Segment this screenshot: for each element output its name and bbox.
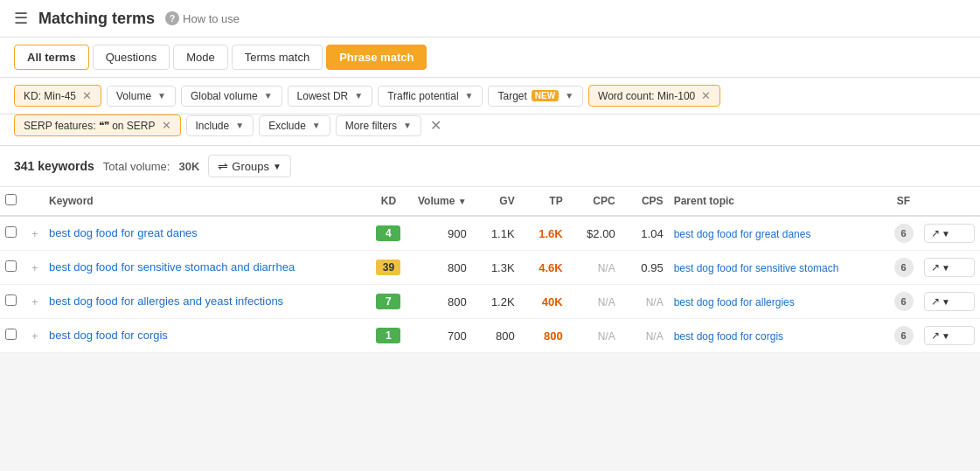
select-all-checkbox[interactable] bbox=[5, 194, 17, 205]
cps-value: 1.04 bbox=[641, 227, 663, 240]
row-sf-cell: 6 bbox=[888, 319, 919, 353]
row-actions-button[interactable]: ↗ ▼ bbox=[924, 258, 975, 277]
row-parent-cell: best dog food for corgis bbox=[669, 319, 888, 353]
add-row-icon[interactable]: + bbox=[31, 329, 38, 343]
cps-value: 0.95 bbox=[641, 261, 663, 274]
row-checkbox[interactable] bbox=[5, 329, 17, 340]
tab-mode[interactable]: Mode bbox=[173, 45, 228, 70]
groups-label: Groups bbox=[232, 160, 269, 173]
row-cpc-cell: $2.00 bbox=[568, 216, 621, 251]
clear-all-filters-button[interactable]: ✕ bbox=[427, 117, 445, 134]
filter-target[interactable]: Target NEW ▼ bbox=[488, 86, 583, 107]
row-gv-cell: 1.1K bbox=[472, 216, 520, 251]
add-row-icon[interactable]: + bbox=[31, 227, 38, 240]
gv-value: 800 bbox=[496, 329, 515, 343]
parent-topic-link[interactable]: best dog food for allergies bbox=[674, 296, 795, 308]
cpc-na: N/A bbox=[598, 330, 615, 343]
keyword-link[interactable]: best dog food for great danes bbox=[49, 226, 198, 239]
filter-exclude[interactable]: Exclude ▼ bbox=[259, 115, 330, 136]
help-icon: ? bbox=[165, 11, 179, 25]
volume-value: 800 bbox=[448, 295, 467, 308]
filter-traffic-potential[interactable]: Traffic potential ▼ bbox=[378, 86, 483, 107]
content-area: 341 keywords Total volume: 30K ⇌ Groups … bbox=[0, 146, 980, 353]
gv-value: 1.2K bbox=[491, 295, 515, 308]
row-keyword-cell: best dog food for allergies and yeast in… bbox=[44, 285, 365, 319]
row-actions-button[interactable]: ↗ ▼ bbox=[924, 326, 975, 345]
table-row: + best dog food for corgis 1 700 800 800… bbox=[0, 319, 980, 353]
row-cpc-cell: N/A bbox=[568, 251, 621, 285]
th-volume[interactable]: Volume ▼ bbox=[413, 187, 472, 216]
add-row-icon[interactable]: + bbox=[31, 261, 38, 274]
row-parent-cell: best dog food for great danes bbox=[669, 216, 888, 251]
groups-button[interactable]: ⇌ Groups ▼ bbox=[208, 155, 291, 177]
parent-topic-link[interactable]: best dog food for sensitive stomach bbox=[674, 262, 839, 274]
sf-badge: 6 bbox=[894, 224, 914, 243]
filter-volume-arrow: ▼ bbox=[157, 91, 166, 100]
filter-volume[interactable]: Volume ▼ bbox=[107, 86, 176, 107]
how-to-use-link[interactable]: ? How to use bbox=[165, 11, 240, 25]
row-checkbox[interactable] bbox=[5, 294, 17, 306]
filter-kd[interactable]: KD: Min-45 ✕ bbox=[14, 85, 101, 107]
filter-more-filters[interactable]: More filters ▼ bbox=[336, 115, 421, 136]
sf-badge: 6 bbox=[894, 292, 914, 311]
filter-word-count[interactable]: Word count: Min-100 ✕ bbox=[588, 85, 720, 107]
filter-serp-close[interactable]: ✕ bbox=[162, 119, 171, 132]
row-actions-cell: ↗ ▼ bbox=[919, 216, 980, 251]
filter-kd-close[interactable]: ✕ bbox=[82, 89, 92, 102]
actions-arrow: ▼ bbox=[942, 331, 950, 341]
filter-include-label: Include bbox=[196, 120, 230, 132]
keyword-link[interactable]: best dog food for corgis bbox=[49, 329, 168, 342]
table-row: + best dog food for allergies and yeast … bbox=[0, 285, 980, 319]
cpc-value: $2.00 bbox=[587, 227, 615, 240]
row-volume-cell: 900 bbox=[413, 216, 472, 251]
tab-terms-match[interactable]: Terms match bbox=[232, 45, 323, 70]
row-parent-cell: best dog food for sensitive stomach bbox=[669, 251, 888, 285]
row-checkbox-cell bbox=[0, 285, 26, 319]
hamburger-icon[interactable]: ☰ bbox=[14, 9, 28, 28]
total-volume-label: Total volume: bbox=[103, 160, 170, 173]
row-gv-cell: 1.2K bbox=[472, 285, 520, 319]
actions-arrow: ▼ bbox=[942, 297, 950, 307]
keyword-link[interactable]: best dog food for sensitive stomach and … bbox=[49, 260, 295, 274]
parent-topic-link[interactable]: best dog food for great danes bbox=[674, 228, 811, 240]
row-actions-button[interactable]: ↗ ▼ bbox=[924, 292, 975, 311]
filter-target-label: Target bbox=[497, 90, 526, 102]
kd-badge: 7 bbox=[376, 294, 400, 309]
th-cpc: CPC bbox=[568, 187, 621, 216]
new-badge: NEW bbox=[532, 90, 559, 101]
filter-include[interactable]: Include ▼ bbox=[186, 115, 254, 136]
filter-global-volume[interactable]: Global volume ▼ bbox=[181, 86, 282, 107]
th-parent-topic: Parent topic bbox=[669, 187, 888, 216]
trend-icon: ↗ bbox=[931, 227, 940, 239]
table-row: + best dog food for great danes 4 900 1.… bbox=[0, 216, 980, 251]
filter-exclude-label: Exclude bbox=[268, 120, 306, 132]
add-row-icon[interactable]: + bbox=[31, 295, 38, 308]
row-kd-cell: 1 bbox=[365, 319, 413, 353]
row-add-cell: + bbox=[26, 285, 44, 319]
tp-value: 1.6K bbox=[539, 227, 562, 240]
row-checkbox[interactable] bbox=[5, 260, 17, 272]
keyword-link[interactable]: best dog food for allergies and yeast in… bbox=[49, 294, 283, 308]
filter-lowest-dr[interactable]: Lowest DR ▼ bbox=[288, 86, 373, 107]
cps-na: N/A bbox=[646, 296, 664, 308]
tp-value: 800 bbox=[544, 329, 563, 343]
page-title: Matching terms bbox=[38, 10, 155, 28]
keyword-count: 341 keywords bbox=[14, 159, 94, 173]
filter-more-label: More filters bbox=[345, 120, 397, 132]
th-kd: KD bbox=[365, 187, 413, 216]
row-actions-button[interactable]: ↗ ▼ bbox=[924, 224, 975, 243]
tab-all-terms[interactable]: All terms bbox=[14, 45, 89, 70]
tab-questions[interactable]: Questions bbox=[93, 45, 170, 70]
filter-serp-features[interactable]: SERP features: ❝❞ on SERP ✕ bbox=[14, 114, 181, 136]
tab-phrase-match[interactable]: Phrase match bbox=[326, 45, 427, 70]
row-kd-cell: 39 bbox=[365, 251, 413, 285]
row-checkbox[interactable] bbox=[5, 226, 17, 238]
filter-include-arrow: ▼ bbox=[235, 121, 244, 130]
row-checkbox-cell bbox=[0, 251, 26, 285]
parent-topic-link[interactable]: best dog food for corgis bbox=[674, 330, 783, 343]
filter-lowest-dr-label: Lowest DR bbox=[297, 90, 349, 102]
cpc-na: N/A bbox=[598, 262, 615, 274]
row-cpc-cell: N/A bbox=[568, 319, 621, 353]
row-cps-cell: 0.95 bbox=[621, 251, 669, 285]
filter-word-count-close[interactable]: ✕ bbox=[701, 89, 711, 102]
